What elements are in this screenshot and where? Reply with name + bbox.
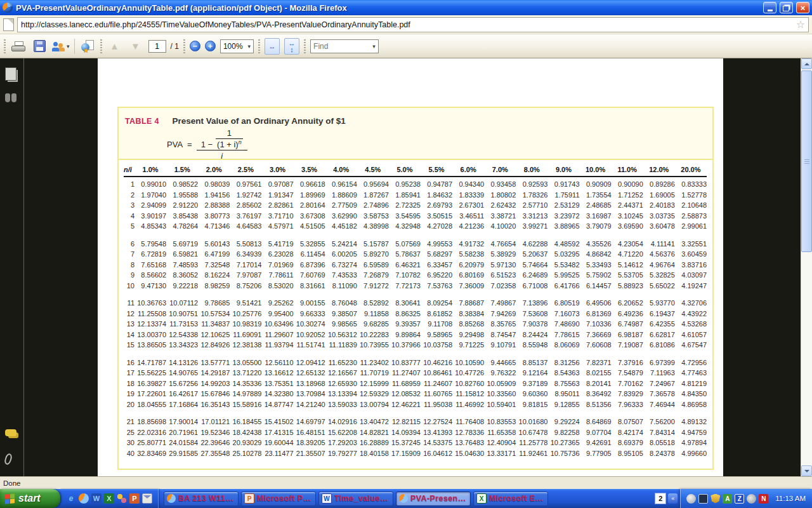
cell: 4.71346 (198, 221, 230, 232)
cell: 11.60765 (421, 389, 452, 399)
taskbar-button-powerpoint[interactable]: P Microsoft PowerPo... (241, 491, 316, 506)
zoom-in-button[interactable]: + (205, 41, 216, 51)
tray-security-shield-icon[interactable] (710, 494, 720, 504)
tray-volume-icon[interactable] (747, 494, 756, 504)
previous-page-button[interactable]: ▲ (107, 37, 123, 55)
taskbar-group-badge[interactable]: 2 (655, 493, 666, 504)
cell: 9.60360 (516, 389, 547, 399)
print-button[interactable] (10, 37, 27, 55)
site-page-icon[interactable] (3, 18, 14, 31)
cell: 4.19247 (675, 281, 707, 291)
tray-zonealarm-icon[interactable]: Z (735, 494, 744, 504)
toolbar-grip[interactable] (4, 39, 6, 53)
scroll-down-button[interactable] (801, 465, 812, 476)
cell: 7.60608 (580, 340, 612, 351)
save-button[interactable] (31, 37, 48, 55)
tray-display-icon[interactable] (698, 494, 708, 504)
bookmark-star-icon[interactable]: ☆ (796, 20, 805, 30)
toolbar-grip[interactable] (183, 39, 185, 53)
chevron-down-icon[interactable]: ▾ (370, 43, 378, 50)
quicklaunch-powerpoint-icon[interactable]: P (129, 493, 140, 504)
taskbar-button-excel[interactable]: X Microsoft Excel - r... (473, 491, 548, 506)
restore-icon (783, 6, 789, 11)
cell: 9.07704 (580, 427, 612, 438)
tray-collapse-chevron[interactable]: « (668, 493, 678, 504)
cell: 8.76048 (325, 298, 357, 309)
cell: 9.12855 (547, 399, 579, 410)
table-row: 1211.2550810.9075110.5753410.257769.9540… (124, 309, 707, 319)
scrollbar-thumb[interactable] (801, 70, 812, 252)
cell: 12.82115 (389, 417, 421, 427)
cell: 3.54595 (389, 211, 421, 222)
taskbar-button-ba213[interactable]: BA 213 W11 (Pasc... (164, 491, 239, 506)
cell: 10.75736 (547, 448, 579, 459)
quicklaunch-word-icon[interactable]: W (91, 493, 102, 504)
close-button[interactable]: × (796, 2, 809, 13)
taskbar-button-word-doc[interactable]: W Time_value_of_mo... (318, 491, 393, 506)
quicklaunch-mail-icon[interactable] (142, 493, 152, 504)
column-header: 20.0% (675, 166, 707, 177)
toolbar-grip[interactable] (258, 39, 260, 53)
page-number-input[interactable] (148, 40, 166, 53)
cell: 9.11858 (357, 309, 389, 319)
pages-panel-icon[interactable] (5, 67, 16, 81)
tray-messenger-icon[interactable] (686, 494, 696, 504)
cell: 8.98259 (198, 281, 230, 291)
comments-panel-icon[interactable] (5, 429, 16, 436)
attachments-paperclip-icon[interactable] (3, 453, 13, 465)
quicklaunch-excel-icon[interactable]: X (104, 493, 114, 504)
cell: 17.15909 (389, 448, 421, 459)
find-input[interactable] (311, 42, 370, 51)
toolbar-grip[interactable] (304, 39, 306, 53)
create-pdf-online-button[interactable]: ★ (79, 37, 96, 55)
fit-page-button[interactable]: ↔↕ (284, 38, 299, 55)
cell: 11.46992 (452, 399, 484, 410)
start-button[interactable]: start (0, 489, 60, 508)
minimize-button[interactable] (763, 2, 776, 13)
tray-norton-icon[interactable]: N (759, 494, 768, 504)
fit-height-icon: ↕ (290, 46, 294, 53)
cell: 5.69719 (166, 239, 198, 250)
search-binoculars-icon[interactable] (5, 93, 18, 102)
cell: 10.30274 (294, 319, 325, 330)
taskbar-button-pva-pdf-active[interactable]: PVA-PresentValue... (396, 491, 471, 506)
cell: 14.02916 (325, 417, 357, 427)
next-page-button[interactable]: ▼ (128, 37, 144, 55)
cell: 22.39646 (198, 438, 230, 448)
cell: 10.82760 (452, 378, 484, 389)
cell: 17 (124, 368, 134, 378)
url-field[interactable]: http://classes.lanecc.edu/file.php/24555… (17, 17, 809, 32)
cell: 1.85941 (389, 190, 421, 201)
toolbar-grip[interactable] (100, 39, 102, 53)
fit-width-button[interactable]: ↔ (265, 38, 280, 55)
tray-antivirus-icon[interactable]: A (723, 494, 732, 504)
cell: 8.54363 (547, 368, 579, 378)
cell: 10.56312 (325, 330, 357, 340)
cell: 6.24689 (516, 270, 547, 281)
cell: 3.31213 (516, 211, 547, 222)
cell: 7.26879 (357, 270, 389, 281)
cell: 11.23402 (357, 358, 389, 368)
cell: 8.24378 (643, 448, 675, 459)
zoom-level-dropdown[interactable]: 100% ▾ (220, 39, 254, 53)
cell: 14.29187 (198, 368, 230, 378)
restore-button[interactable] (780, 2, 793, 13)
cell: 8.95011 (547, 389, 579, 399)
cell: 1.69005 (643, 190, 675, 201)
cell: 4.64583 (230, 221, 261, 232)
cell: 15.37245 (389, 438, 421, 448)
quicklaunch-ie-icon[interactable]: e (66, 493, 76, 504)
cell: 15.58916 (230, 399, 261, 410)
collaborate-button[interactable]: ▾ (52, 37, 70, 55)
cell: 12.10625 (198, 330, 230, 340)
zoom-out-button[interactable]: − (190, 41, 200, 51)
vertical-scrollbar[interactable] (801, 58, 812, 476)
cell: 1 (124, 177, 134, 190)
cell: 4.85343 (134, 221, 166, 232)
cell: 14.97889 (230, 389, 261, 399)
formula-num-prefix: 1 − (201, 140, 213, 149)
quicklaunch-firefox-icon[interactable] (79, 493, 89, 504)
cell: 9.77905 (580, 448, 612, 459)
scroll-up-button[interactable] (801, 58, 812, 69)
quicklaunch-keys-icon[interactable] (117, 493, 127, 504)
